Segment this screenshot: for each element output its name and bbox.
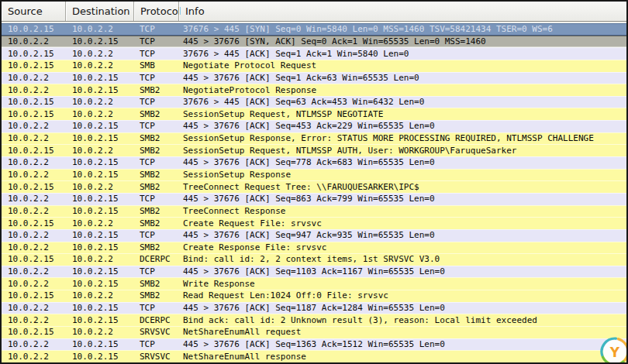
packet-row[interactable]: 10.0.2.210.0.2.15TCP445 > 37676 [ACK] Se… [2, 302, 626, 314]
source-cell: 10.0.2.2 [2, 352, 66, 361]
info-cell: NegotiateProtocol Response [179, 86, 626, 94]
packet-row[interactable]: 10.0.2.1510.0.2.2SMB2Create Request File… [2, 217, 626, 229]
packet-row[interactable]: 10.0.2.1510.0.2.2SRVSVCNetShareEnumAll r… [2, 326, 626, 338]
info-cell: 445 > 37676 [ACK] Seq=1363 Ack=1512 Win=… [179, 340, 626, 349]
info-cell: SessionSetup Response [179, 170, 626, 179]
protocol-cell: SMB2 [134, 207, 179, 215]
protocol-cell: SMB [134, 61, 179, 70]
info-cell: 445 > 37676 [ACK] Seq=453 Ack=229 Win=65… [179, 122, 626, 130]
protocol-cell: TCP [134, 304, 179, 312]
protocol-cell: DCERPC [134, 255, 179, 263]
protocol-cell: TCP [134, 25, 179, 33]
packet-row[interactable]: 10.0.2.210.0.2.15SMB2TreeConnect Respons… [2, 205, 626, 218]
packet-row[interactable]: 10.0.2.1510.0.2.2TCP37676 > 445 [ACK] Se… [2, 47, 626, 60]
packet-row[interactable]: 10.0.2.210.0.2.15TCP445 > 37676 [SYN, AC… [2, 36, 626, 48]
info-cell: Bind: call_id: 2, 2 context items, 1st S… [179, 255, 626, 263]
protocol-cell: SMB2 [134, 134, 179, 143]
destination-cell: 10.0.2.15 [66, 207, 134, 215]
destination-cell: 10.0.2.2 [66, 219, 134, 228]
source-cell: 10.0.2.2 [2, 231, 66, 239]
protocol-cell: TCP [134, 37, 179, 46]
column-header-info[interactable]: Info [179, 2, 626, 21]
info-cell: Negotiate Protocol Request [179, 61, 626, 70]
packet-row[interactable]: 10.0.2.210.0.2.15SRVSVCNetShareEnumAll r… [2, 350, 626, 362]
packet-row[interactable]: 10.0.2.1510.0.2.2SMB2Read Request Len:10… [2, 290, 626, 302]
destination-cell: 10.0.2.15 [66, 231, 134, 239]
protocol-cell: TCP [134, 267, 179, 276]
destination-cell: 10.0.2.15 [66, 170, 134, 179]
destination-cell: 10.0.2.2 [66, 50, 134, 58]
destination-cell: 10.0.2.15 [66, 134, 134, 143]
destination-cell: 10.0.2.2 [66, 255, 134, 263]
source-cell: 10.0.2.2 [2, 122, 66, 130]
info-cell: TreeConnect Response [179, 207, 626, 215]
destination-cell: 10.0.2.15 [66, 74, 134, 82]
source-cell: 10.0.2.15 [2, 50, 66, 58]
destination-cell: 10.0.2.2 [66, 291, 134, 300]
destination-cell: 10.0.2.2 [66, 110, 134, 118]
protocol-cell: TCP [134, 158, 179, 167]
packet-row[interactable]: 10.0.2.210.0.2.15TCP445 > 37676 [ACK] Se… [2, 229, 626, 242]
packet-row[interactable]: 10.0.2.1510.0.2.2SMBNegotiate Protocol R… [2, 60, 626, 72]
info-cell: NetShareEnumAll response [179, 352, 626, 361]
destination-cell: 10.0.2.2 [66, 61, 134, 70]
packet-row[interactable]: 10.0.2.210.0.2.15SMB2Write Response [2, 277, 626, 290]
source-cell: 10.0.2.2 [2, 243, 66, 252]
protocol-cell: SMB2 [134, 243, 179, 252]
packet-row[interactable]: 10.0.2.1510.0.2.2SMB2SessionSetup Reques… [2, 144, 626, 156]
packet-row[interactable]: 10.0.2.210.0.2.15TCP445 > 37676 [ACK] Se… [2, 72, 626, 84]
packet-list-window: SourceDestinationProtocolInfo 10.0.2.151… [0, 0, 628, 364]
packet-row[interactable]: 10.0.2.210.0.2.15SMB2Create Response Fil… [2, 242, 626, 254]
packet-row[interactable]: 10.0.2.1510.0.2.2SMB2TreeConnect Request… [2, 180, 626, 193]
source-cell: 10.0.2.15 [2, 219, 66, 228]
info-cell: 37676 > 445 [ACK] Seq=1 Ack=1 Win=5840 L… [179, 50, 626, 58]
packet-row[interactable]: 10.0.2.210.0.2.15SMB2NegotiateProtocol R… [2, 84, 626, 96]
column-header-source[interactable]: Source [2, 2, 66, 21]
protocol-cell: TCP [134, 194, 179, 203]
packet-row[interactable]: 10.0.2.210.0.2.15SMB2SessionSetup Respon… [2, 132, 626, 145]
protocol-cell: DCERPC [134, 316, 179, 325]
packet-row[interactable]: 10.0.2.210.0.2.15DCERPCBind_ack: call_id… [2, 314, 626, 326]
packet-row[interactable]: 10.0.2.1510.0.2.2TCP37676 > 445 [ACK] Se… [2, 96, 626, 108]
packet-row[interactable]: 10.0.2.210.0.2.15TCP445 > 37676 [ACK] Se… [2, 338, 626, 351]
packet-row[interactable]: 10.0.2.210.0.2.15SMB2SessionSetup Respon… [2, 169, 626, 181]
destination-cell: 10.0.2.2 [66, 98, 134, 106]
info-cell: SessionSetup Response, Error: STATUS_MOR… [179, 134, 626, 143]
protocol-cell: TCP [134, 340, 179, 349]
packet-row[interactable]: 10.0.2.1510.0.2.2SMB2SessionSetup Reques… [2, 108, 626, 120]
info-cell: NetShareEnumAll request [179, 328, 626, 336]
protocol-cell: TCP [134, 98, 179, 106]
packet-row[interactable]: 10.0.2.210.0.2.15TCP445 > 37676 [ACK] Se… [2, 156, 626, 169]
destination-cell: 10.0.2.15 [66, 86, 134, 94]
source-cell: 10.0.2.15 [2, 291, 66, 300]
protocol-cell: SMB2 [134, 280, 179, 288]
source-cell: 10.0.2.15 [2, 183, 66, 191]
protocol-cell: SMB2 [134, 183, 179, 191]
protocol-cell: TCP [134, 50, 179, 58]
info-cell: Read Request Len:1024 Off:0 File: srvsvc [179, 291, 626, 300]
packet-row[interactable]: 10.0.2.1510.0.2.2TCP37676 > 445 [SYN] Se… [2, 23, 626, 36]
protocol-cell: SRVSVC [134, 352, 179, 361]
column-header-protocol[interactable]: Protocol [134, 2, 179, 21]
source-cell: 10.0.2.2 [2, 304, 66, 312]
destination-cell: 10.0.2.2 [66, 183, 134, 191]
destination-cell: 10.0.2.15 [66, 243, 134, 252]
protocol-cell: SMB2 [134, 170, 179, 179]
column-header-destination[interactable]: Destination [66, 2, 134, 21]
info-cell: SessionSetup Request, NTLMSSP_NEGOTIATE [179, 110, 626, 118]
destination-cell: 10.0.2.15 [66, 304, 134, 312]
packet-row[interactable]: 10.0.2.210.0.2.15TCP445 > 37676 [ACK] Se… [2, 193, 626, 205]
destination-cell: 10.0.2.15 [66, 316, 134, 325]
source-cell: 10.0.2.15 [2, 25, 66, 33]
source-cell: 10.0.2.15 [2, 110, 66, 118]
info-cell: Bind_ack: call_id: 2 Unknown result (3),… [179, 316, 626, 325]
packet-row[interactable]: 10.0.2.1510.0.2.2DCERPCBind: call_id: 2,… [2, 253, 626, 266]
info-cell: SessionSetup Request, NTLMSSP_AUTH, User… [179, 146, 626, 155]
packet-row[interactable]: 10.0.2.210.0.2.15TCP445 > 37676 [ACK] Se… [2, 120, 626, 132]
destination-cell: 10.0.2.15 [66, 122, 134, 130]
packet-rows: 10.0.2.1510.0.2.2TCP37676 > 445 [SYN] Se… [2, 23, 626, 362]
source-cell: 10.0.2.2 [2, 86, 66, 94]
protocol-cell: SMB2 [134, 291, 179, 300]
packet-row[interactable]: 10.0.2.210.0.2.15TCP445 > 37676 [ACK] Se… [2, 266, 626, 278]
info-cell: 445 > 37676 [ACK] Seq=863 Ack=799 Win=65… [179, 194, 626, 203]
